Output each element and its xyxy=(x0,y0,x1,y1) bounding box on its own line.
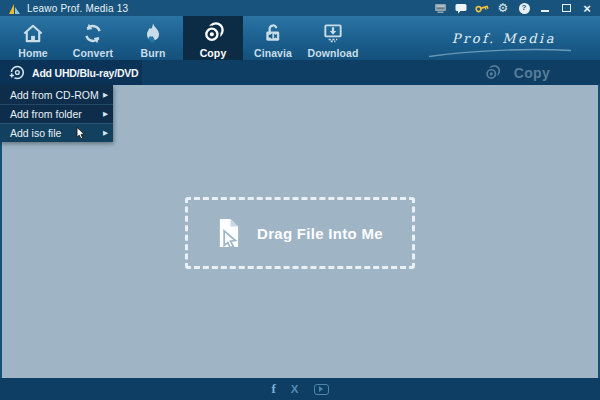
footer-bar: f X xyxy=(0,378,600,400)
brand-swoosh xyxy=(427,47,573,58)
menu-item-add-from-cdrom[interactable]: Add from CD-ROM ▶ xyxy=(0,85,113,104)
menu-item-add-from-folder[interactable]: Add from folder ▶ xyxy=(0,104,113,123)
burn-icon xyxy=(141,20,165,45)
convert-icon xyxy=(81,20,105,45)
menu-item-add-iso-file[interactable]: Add iso file ▶ xyxy=(0,123,113,142)
gear-icon[interactable]: ⚙ xyxy=(496,1,510,15)
tab-burn[interactable]: Burn xyxy=(123,16,183,60)
add-source-menu: Add from CD-ROM ▶ Add from folder ▶ Add … xyxy=(0,85,113,142)
tab-copy[interactable]: Copy xyxy=(183,16,243,60)
x-icon[interactable]: X xyxy=(291,383,299,395)
file-dropzone[interactable]: Drag File Into Me xyxy=(185,197,415,269)
submenu-arrow-icon: ▶ xyxy=(103,91,108,99)
tab-download[interactable]: Download xyxy=(303,16,363,60)
add-disc-icon xyxy=(8,64,25,81)
copy-disc-icon xyxy=(201,20,226,45)
close-button[interactable]: × xyxy=(580,1,594,15)
chat-icon[interactable] xyxy=(454,1,468,15)
facebook-icon[interactable]: f xyxy=(271,381,275,397)
download-icon xyxy=(321,20,345,45)
app-window: Leawo Prof. Media 13 xyxy=(0,0,600,400)
main-nav: Home Convert Burn xyxy=(0,16,600,60)
copy-disc-icon xyxy=(483,64,502,82)
submenu-arrow-icon: ▶ xyxy=(103,110,108,118)
titlebar: Leawo Prof. Media 13 xyxy=(0,0,600,16)
submenu-arrow-icon: ▶ xyxy=(103,129,108,137)
tab-convert[interactable]: Convert xyxy=(63,16,123,60)
help-icon[interactable]: ? xyxy=(517,1,531,15)
tab-cinavia[interactable]: Cinavia xyxy=(243,16,303,60)
add-source-button[interactable]: Add UHD/Blu-ray/DVD xyxy=(0,60,142,85)
brand-script: Prof. Media xyxy=(452,31,556,46)
dropzone-label: Drag File Into Me xyxy=(257,225,383,242)
mouse-cursor xyxy=(76,127,87,140)
window-title: Leawo Prof. Media 13 xyxy=(27,3,128,14)
copy-button[interactable]: Copy xyxy=(483,64,550,82)
key-icon[interactable] xyxy=(475,1,489,15)
home-icon xyxy=(21,20,45,45)
copy-toolbar: Add UHD/Blu-ray/DVD Copy xyxy=(0,60,600,85)
content-area: Add from CD-ROM ▶ Add from folder ▶ Add … xyxy=(0,85,600,378)
cinavia-lock-icon xyxy=(261,20,285,45)
minimize-icon xyxy=(541,10,549,12)
maximize-icon xyxy=(562,4,571,12)
leawo-logo-icon xyxy=(8,2,21,15)
youtube-icon[interactable] xyxy=(314,384,329,395)
file-drag-icon xyxy=(217,218,242,248)
tab-home[interactable]: Home xyxy=(3,16,63,60)
media-device-icon[interactable] xyxy=(433,1,447,15)
maximize-button[interactable] xyxy=(559,1,573,15)
close-icon: × xyxy=(583,2,591,15)
minimize-button[interactable] xyxy=(538,1,552,15)
